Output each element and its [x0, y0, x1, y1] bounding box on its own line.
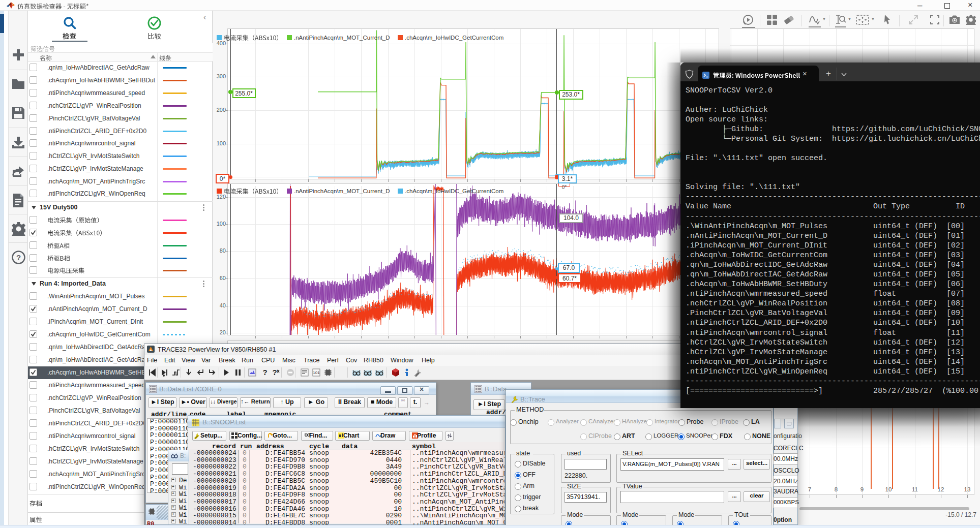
svg-text:?: ?	[262, 368, 267, 377]
svg-text:?: ?	[272, 368, 277, 377]
svg-text:101: 101	[313, 370, 320, 375]
svg-text:?: ?	[16, 253, 21, 262]
